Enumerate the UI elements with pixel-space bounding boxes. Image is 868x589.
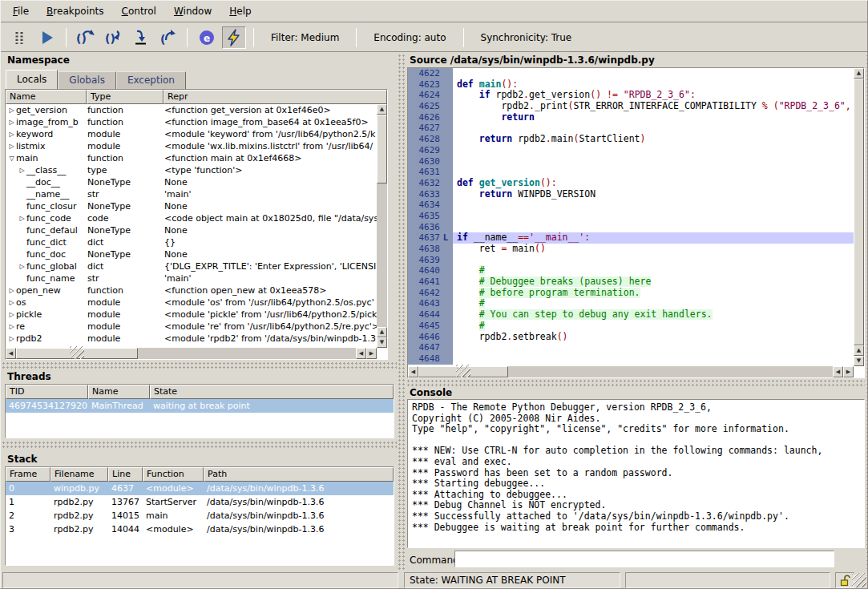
source-line[interactable]: 4637L if __name__=='__main__':: [408, 232, 854, 244]
source-line[interactable]: 4647: [408, 342, 854, 353]
scroll-thumb[interactable]: ⋯: [16, 348, 138, 359]
exception-mode-button[interactable]: e: [195, 26, 219, 49]
source-line[interactable]: 4622: [408, 68, 854, 79]
scroll-left-icon[interactable]: ◀: [356, 348, 366, 359]
source-line[interactable]: 4628 return rpdb2.main(StartClient): [408, 134, 854, 145]
source-line[interactable]: 4626 return: [408, 112, 854, 123]
menu-help[interactable]: Help: [220, 2, 260, 21]
source-line[interactable]: 4627: [408, 123, 854, 134]
scroll-up-icon[interactable]: ▲: [854, 68, 864, 79]
stack-frame-row[interactable]: 0 winpdb.py 4637 <module> /data/sys/bin/…: [6, 482, 394, 495]
scroll-up-icon[interactable]: ▲: [854, 345, 864, 356]
source-line[interactable]: 4630: [408, 156, 854, 167]
line-number-gutter[interactable]: 4643: [408, 298, 453, 309]
tab-globals[interactable]: Globals: [58, 71, 116, 90]
namespace-row[interactable]: ▷rpdb2 module <module 'rpdb2' from '/dat…: [6, 333, 377, 345]
source-line[interactable]: 4639: [408, 255, 854, 266]
column-header-name[interactable]: Name: [6, 90, 87, 104]
line-number-gutter[interactable]: 4638: [408, 244, 453, 255]
column-header-repr[interactable]: Repr: [164, 90, 387, 104]
source-line[interactable]: 4623 def main():: [408, 79, 854, 91]
scroll-left-icon[interactable]: ◀: [833, 366, 843, 377]
namespace-row[interactable]: func_name str 'main': [6, 272, 377, 284]
line-number-gutter[interactable]: 4623: [408, 79, 453, 91]
command-input[interactable]: [454, 551, 834, 567]
expand-arrow-icon[interactable]: ▷: [7, 119, 16, 126]
column-header-function[interactable]: Function: [143, 467, 204, 482]
stack-frame-row[interactable]: 2 rpdb2.py 14015 main /data/sys/bin/winp…: [6, 509, 394, 522]
source-line[interactable]: 4632 def get_version():: [408, 178, 854, 189]
scroll-down-icon[interactable]: ▼: [854, 356, 864, 366]
source-line[interactable]: 4638 ret = main(): [408, 244, 854, 255]
line-number-gutter[interactable]: 4640: [408, 265, 453, 276]
namespace-row[interactable]: ▷open_new function <function open_new at…: [6, 284, 377, 297]
scroll-track[interactable]: [508, 366, 833, 377]
namespace-threads-splitter[interactable]: [1, 361, 397, 370]
scroll-track[interactable]: [138, 348, 356, 359]
line-number-gutter[interactable]: 4647: [408, 342, 453, 353]
line-number-gutter[interactable]: 4635: [408, 211, 453, 222]
synchronicity-button[interactable]: [222, 26, 246, 49]
namespace-row[interactable]: ▷re module <module 're' from '/usr/lib64…: [6, 321, 377, 333]
column-header-filename[interactable]: Filename: [50, 467, 108, 482]
tab-locals[interactable]: Locals: [6, 70, 58, 90]
console-output[interactable]: RPDB - The Remote Python Debugger, versi…: [407, 399, 865, 548]
menu-file[interactable]: File: [4, 2, 38, 21]
namespace-row[interactable]: func_defaul NoneType None: [6, 224, 377, 236]
tab-exception[interactable]: Exception: [116, 71, 186, 90]
line-number-gutter[interactable]: 4625: [408, 101, 453, 112]
scroll-down-icon[interactable]: ▼: [377, 337, 387, 348]
menu-control[interactable]: Control: [113, 2, 165, 21]
break-button[interactable]: [7, 26, 31, 49]
menu-window[interactable]: Window: [165, 2, 220, 21]
expand-arrow-icon[interactable]: ▷: [7, 107, 16, 114]
column-header-frame[interactable]: Frame: [6, 467, 50, 482]
expand-arrow-icon[interactable]: ▷: [18, 167, 26, 174]
namespace-row[interactable]: ▷listmix module <module 'wx.lib.mixins.l…: [6, 140, 377, 152]
goto-button[interactable]: (: [155, 26, 180, 49]
line-number-gutter[interactable]: 4624: [408, 90, 453, 101]
line-number-gutter[interactable]: 4627: [408, 123, 453, 134]
scroll-track[interactable]: [377, 184, 387, 327]
threads-stack-splitter[interactable]: [1, 440, 397, 450]
line-number-gutter[interactable]: 4632: [408, 178, 453, 189]
line-number-gutter[interactable]: 4642: [408, 288, 453, 299]
go-button[interactable]: [34, 26, 59, 49]
source-console-splitter[interactable]: [406, 378, 865, 386]
namespace-row[interactable]: ▽main function <function main at 0x1ef46…: [6, 152, 377, 164]
namespace-row[interactable]: ▷get_version function <function get_vers…: [6, 104, 377, 116]
line-number-gutter[interactable]: 4629: [408, 145, 453, 156]
source-line[interactable]: 4645 #: [408, 321, 854, 332]
source-line[interactable]: 4640 #: [408, 265, 854, 276]
source-vertical-scrollbar[interactable]: ▲ ▲ ▼: [854, 68, 864, 366]
namespace-row[interactable]: ▷pickle module <module 'pickle' from '/u…: [6, 309, 377, 321]
expand-arrow-icon[interactable]: ▷: [18, 263, 26, 270]
column-header-line[interactable]: Line: [108, 467, 143, 482]
namespace-row[interactable]: ▷func_code code <code object main at 0x1…: [6, 212, 377, 224]
line-number-gutter[interactable]: 4636: [408, 222, 453, 233]
line-number-gutter[interactable]: 4628: [408, 134, 453, 145]
source-line[interactable]: 4646 rpdb2.setbreak(): [408, 332, 854, 343]
stack-frame-row[interactable]: 3 rpdb2.py 14044 <module> /data/sys/bin/…: [6, 522, 394, 536]
source-line[interactable]: 4634: [408, 200, 854, 211]
line-number-gutter[interactable]: 4634: [408, 200, 453, 211]
source-line[interactable]: 4624 if rpdb2.get_version() != "RPDB_2_3…: [408, 90, 854, 101]
namespace-vertical-scrollbar[interactable]: ▲ ▲ ▼: [377, 104, 387, 348]
expand-arrow-icon[interactable]: ▷: [7, 311, 16, 318]
scroll-up-icon[interactable]: ▲: [377, 327, 387, 337]
column-header-type[interactable]: Type: [87, 90, 164, 104]
namespace-row[interactable]: __doc__ NoneType None: [6, 176, 377, 188]
expand-arrow-icon[interactable]: ▷: [18, 215, 26, 222]
menu-breakpoints[interactable]: Breakpoints: [38, 2, 112, 21]
resize-grip[interactable]: [852, 573, 866, 587]
scroll-left-icon[interactable]: ◀: [6, 348, 16, 359]
source-line[interactable]: 4643 #: [408, 298, 854, 309]
line-number-gutter[interactable]: 4622: [408, 68, 453, 79]
expand-arrow-icon[interactable]: ▷: [7, 287, 16, 294]
namespace-row[interactable]: func_closur NoneType None: [6, 200, 377, 212]
source-horizontal-scrollbar[interactable]: ◀ ⋯ ◀ ▶: [408, 366, 854, 377]
expand-arrow-icon[interactable]: ▷: [7, 299, 16, 306]
namespace-row[interactable]: ▷func_global dict {'DLG_EXPR_TITLE': 'En…: [6, 260, 377, 272]
column-header-state[interactable]: State: [150, 385, 394, 399]
scroll-thumb[interactable]: [854, 79, 864, 345]
